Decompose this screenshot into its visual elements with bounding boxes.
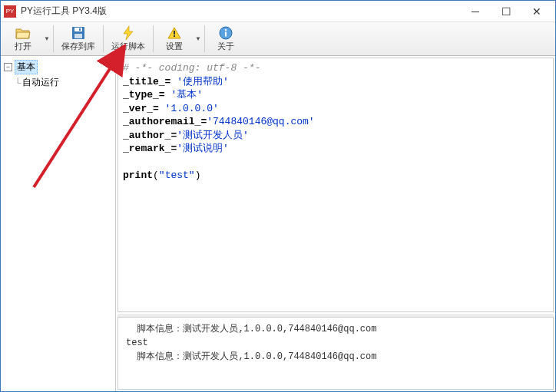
folder-open-icon [15,26,31,40]
output-panel[interactable]: 脚本信息：测试开发人员,1.0.0.0,744840146@qq.com tes… [117,317,554,390]
settings-label: 设置 [166,41,183,52]
code-editor[interactable]: # -*- coding: utf-8 -*- _title_= '使用帮助' … [117,58,554,312]
svg-point-7 [225,28,227,30]
run-label: 运行脚本 [111,41,145,52]
output-line: 脚本信息：测试开发人员,1.0.0.0,744840146@qq.com [126,351,376,362]
output-line: 脚本信息：测试开发人员,1.0.0.0,744840146@qq.com [126,324,376,334]
output-line: test [126,338,148,348]
tree-root-label: 基本 [15,60,38,74]
svg-rect-4 [174,31,175,35]
open-dropdown[interactable]: ▼ [42,22,51,55]
tree-child-label: 自动运行 [22,76,59,89]
window-title: PY运行工具 PY3.4版 [21,5,460,18]
minimize-button[interactable]: ─ [460,1,491,22]
svg-rect-1 [74,28,82,31]
about-button[interactable]: 关于 [207,22,245,55]
save-icon [71,26,86,40]
svg-rect-2 [74,34,82,38]
save-button[interactable]: 保存到库 [55,22,101,55]
warning-icon [167,26,182,40]
maximize-button[interactable]: ☐ [491,1,521,22]
app-icon: PY [4,5,16,18]
tree-root-item[interactable]: − 基本 [2,59,114,75]
lightning-icon [121,26,136,40]
settings-button[interactable]: 设置 [155,22,194,55]
info-icon [218,26,233,40]
svg-rect-5 [174,35,175,37]
close-button[interactable]: ✕ [521,1,552,22]
save-label: 保存到库 [61,41,95,52]
settings-dropdown[interactable]: ▼ [194,22,203,55]
about-label: 关于 [217,41,234,52]
open-button[interactable]: 打开 [4,22,42,55]
toolbar: 打开 ▼ 保存到库 运行脚本 设置 ▼ 关于 [1,22,555,56]
tree-child-item[interactable]: └ 自动运行 [2,75,114,90]
svg-rect-3 [79,28,81,31]
titlebar: PY PY运行工具 PY3.4版 ─ ☐ ✕ [1,1,555,22]
sidebar-tree[interactable]: − 基本 └ 自动运行 [1,56,116,391]
open-label: 打开 [15,41,31,52]
svg-rect-8 [225,31,227,36]
run-button[interactable]: 运行脚本 [105,22,151,55]
tree-collapse-icon[interactable]: − [4,63,12,71]
tree-branch-icon: └ [13,77,22,88]
